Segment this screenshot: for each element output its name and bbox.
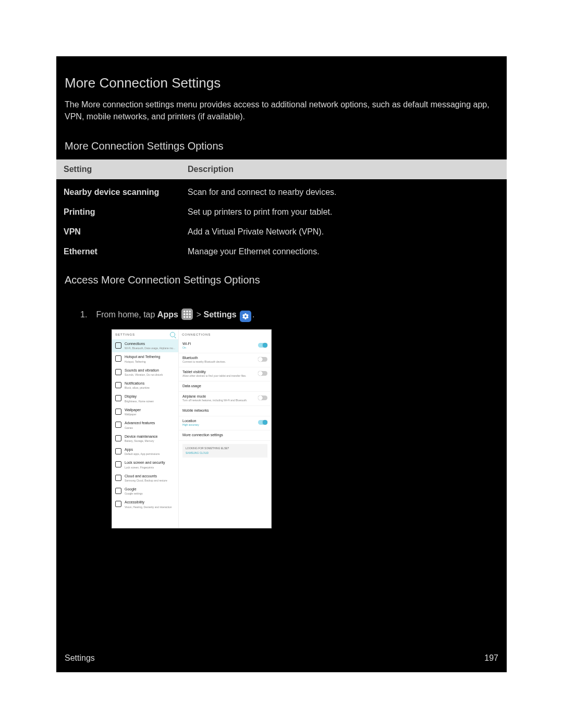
connection-item-sub: On	[182, 346, 256, 349]
sidebar-item-title: Notifications	[125, 381, 176, 386]
toggle-switch[interactable]	[258, 371, 267, 376]
connection-item-title: Mobile networks	[182, 409, 267, 412]
sidebar-item-icon	[115, 475, 121, 481]
sidebar-item-icon	[115, 369, 121, 375]
sidebar-item-sub: Wi-Fi, Bluetooth, Data usage, Airplane m…	[125, 347, 176, 350]
sidebar-item[interactable]: Device maintenanceBattery, Storage, Memo…	[112, 432, 178, 445]
connection-item-title: Bluetooth	[182, 356, 256, 360]
settings-icon	[240, 311, 251, 322]
sidebar-item-sub: Brightness, Home screen	[125, 400, 176, 403]
sidebar-item-icon	[115, 342, 121, 349]
looking-for-box: LOOKING FOR SOMETHING ELSE? SAMSUNG CLOU…	[182, 444, 267, 458]
toggle-switch[interactable]	[258, 396, 267, 400]
sidebar-item-icon	[115, 395, 121, 401]
connection-item[interactable]: BluetoothConnect to nearby Bluetooth dev…	[179, 353, 271, 367]
setting-name: Printing	[56, 202, 180, 222]
sidebar-item[interactable]: GoogleGoogle settings	[112, 485, 178, 498]
sidebar-item-sub: Games	[125, 426, 176, 429]
toggle-switch[interactable]	[258, 357, 267, 362]
setting-desc: Manage your Ethernet connections.	[180, 242, 507, 262]
th-setting: Setting	[56, 159, 180, 181]
sidebar-item[interactable]: Lock screen and securityLock screen, Fin…	[112, 458, 178, 471]
sidebar-item-icon	[115, 488, 121, 494]
sidebar-item[interactable]: Hotspot and TetheringHotspot, Tethering	[112, 352, 178, 365]
sidebar-item-icon	[115, 409, 121, 415]
sidebar-item-icon	[115, 501, 121, 507]
sidebar-item-title: Wallpaper	[125, 408, 176, 412]
table-row: VPN Add a Virtual Private Network (VPN).	[56, 222, 507, 242]
sidebar-item[interactable]: DisplayBrightness, Home screen	[112, 392, 178, 405]
toggle-switch[interactable]	[258, 343, 267, 348]
step-arrow: >	[197, 310, 204, 319]
sidebar-item-title: Google	[125, 487, 176, 491]
sidebar-item-sub: Lock screen, Fingerprints	[125, 466, 176, 469]
options-table: Setting Description Nearby device scanni…	[56, 159, 507, 262]
connection-item-title: Location	[182, 419, 256, 423]
sidebar-item-sub: Battery, Storage, Memory	[125, 439, 176, 442]
connection-item-title: Airplane mode	[182, 394, 256, 398]
connection-item[interactable]: More connection settings	[179, 430, 271, 441]
page-intro: The More connection settings menu provid…	[56, 98, 507, 135]
connection-item[interactable]: Tablet visibilityAllow other devices to …	[179, 367, 271, 381]
settings-screenshot: SETTINGS ConnectionsWi-Fi, Bluetooth, Da…	[112, 329, 272, 528]
connection-item-title: Wi-Fi	[182, 342, 256, 346]
sidebar-item[interactable]: AppsDefault apps, App permissions	[112, 445, 178, 458]
connection-item[interactable]: LocationHigh accuracy	[179, 416, 271, 430]
connection-item[interactable]: Data usage	[179, 381, 271, 392]
sidebar-item-title: Lock screen and security	[125, 461, 176, 465]
access-heading: Access More Connection Settings Options	[56, 269, 507, 293]
footer-section: Settings	[65, 653, 95, 663]
sidebar-item-sub: Block, allow, prioritize	[125, 386, 176, 389]
connection-item[interactable]: Airplane modeTurn off network features, …	[179, 392, 271, 406]
sidebar-item-title: Advanced features	[125, 421, 176, 425]
connection-item-title: More connection settings	[182, 433, 267, 437]
sidebar-item-sub: Default apps, App permissions	[125, 452, 176, 455]
sidebar-item[interactable]: Cloud and accountsSamsung Cloud, Backup …	[112, 472, 178, 485]
step-lead: From home, tap	[96, 310, 157, 319]
search-icon[interactable]	[170, 332, 175, 337]
sidebar-item-icon	[115, 435, 121, 441]
connection-item-sub: High accuracy	[182, 423, 256, 426]
looking-title: LOOKING FOR SOMETHING ELSE?	[186, 447, 264, 450]
sidebar-item[interactable]: Advanced featuresGames	[112, 418, 178, 431]
step-number: 1.	[80, 307, 94, 323]
connection-item[interactable]: Mobile networks	[179, 406, 271, 416]
step-1: 1. From home, tap Apps > Settings .	[80, 307, 498, 323]
sidebar-item-sub: Wallpaper	[125, 413, 176, 416]
setting-name: VPN	[56, 222, 180, 242]
sidebar-item-title: Cloud and accounts	[125, 474, 176, 478]
page-title: More Connection Settings	[56, 75, 507, 98]
sidebar-item-icon	[115, 461, 121, 467]
sidebar-item-title: Device maintenance	[125, 435, 176, 439]
screenshot-left-panel: SETTINGS ConnectionsWi-Fi, Bluetooth, Da…	[112, 330, 179, 528]
sidebar-item-title: Sounds and vibration	[125, 368, 176, 373]
sidebar-item[interactable]: ConnectionsWi-Fi, Bluetooth, Data usage,…	[112, 339, 178, 352]
apps-icon	[181, 309, 193, 320]
sidebar-item[interactable]: AccessibilityVision, Hearing, Dexterity …	[112, 498, 178, 511]
setting-name: Nearby device scanning	[56, 181, 180, 202]
sidebar-item[interactable]: WallpaperWallpaper	[112, 405, 178, 418]
connection-item[interactable]: Wi-FiOn	[179, 339, 271, 353]
sidebar-item-sub: Google settings	[125, 492, 176, 495]
looking-link[interactable]: SAMSUNG CLOUD	[186, 451, 264, 454]
connection-item-sub: Connect to nearby Bluetooth devices.	[182, 360, 256, 363]
sidebar-item[interactable]: NotificationsBlock, allow, prioritize	[112, 379, 178, 392]
setting-desc: Scan for and connect to nearby devices.	[180, 181, 507, 202]
step-apps-label: Apps	[157, 310, 178, 319]
sidebar-item-icon	[115, 355, 121, 362]
connection-item-title: Tablet visibility	[182, 370, 256, 374]
table-row: Ethernet Manage your Ethernet connection…	[56, 242, 507, 262]
sidebar-item-sub: Sounds, Vibration, Do not disturb	[125, 373, 176, 376]
toggle-switch[interactable]	[258, 420, 267, 425]
footer-page-number: 197	[484, 653, 498, 663]
sidebar-item-title: Connections	[125, 342, 176, 346]
screenshot-right-panel: CONNECTIONS Wi-FiOnBluetoothConnect to n…	[179, 330, 271, 528]
step-period: .	[252, 310, 254, 319]
sidebar-item[interactable]: Sounds and vibrationSounds, Vibration, D…	[112, 366, 178, 379]
setting-desc: Add a Virtual Private Network (VPN).	[180, 222, 507, 242]
connection-item-sub: Allow other devices to find your tablet …	[182, 374, 256, 377]
table-row: Printing Set up printers to print from y…	[56, 202, 507, 222]
sidebar-item-sub: Hotspot, Tethering	[125, 360, 176, 363]
setting-name: Ethernet	[56, 242, 180, 262]
sidebar-item-title: Display	[125, 394, 176, 399]
